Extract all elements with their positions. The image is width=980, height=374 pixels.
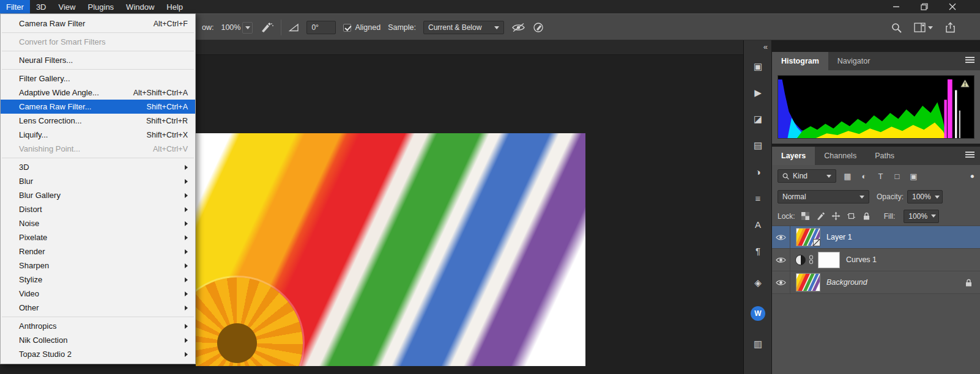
filter-menu-item[interactable]: Lens Correction...Shift+Ctrl+R: [1, 114, 195, 128]
menu-help[interactable]: Help: [160, 0, 189, 13]
filter-menu-item[interactable]: Neural Filters...: [1, 53, 195, 67]
filter-menu-item[interactable]: Noise: [1, 216, 195, 230]
filter-menu-item[interactable]: Other: [1, 301, 195, 315]
filter-menu-item[interactable]: Camera Raw FilterAlt+Ctrl+F: [1, 16, 195, 31]
opacity-value: 100%: [912, 193, 931, 201]
flow-dropdown-icon[interactable]: [242, 22, 253, 34]
brush-settings-icon[interactable]: ◪: [748, 110, 768, 128]
filter-menu-item[interactable]: Distort: [1, 202, 195, 216]
filter-menu-item[interactable]: Nik Collection: [1, 333, 195, 347]
minimize-button[interactable]: [891, 2, 902, 11]
filter-menu-item[interactable]: Anthropics: [1, 319, 195, 333]
angle-value: 0°: [311, 23, 318, 32]
menu-plugins[interactable]: Plugins: [81, 0, 120, 13]
flow-label: ow:: [202, 23, 213, 32]
sample-select[interactable]: Current & Below: [423, 21, 504, 34]
workspace-switcher-icon[interactable]: [914, 23, 933, 32]
pressure-size-icon[interactable]: [533, 22, 545, 33]
filter-menu-item[interactable]: Video: [1, 287, 195, 301]
filter-smart-objects-icon[interactable]: ▣: [906, 169, 921, 183]
mask-link-icon: [809, 255, 814, 265]
blend-mode-select[interactable]: Normal: [778, 190, 869, 204]
visibility-toggle[interactable]: [772, 271, 790, 293]
opacity-label: Opacity:: [877, 193, 904, 201]
cached-data-warning-icon[interactable]: [960, 79, 970, 90]
layer-thumbnail[interactable]: [796, 228, 820, 246]
paragraph-panel-icon[interactable]: ¶: [748, 241, 768, 260]
panel-menu-icon[interactable]: [965, 59, 974, 61]
visibility-toggle[interactable]: [772, 249, 790, 271]
filter-menu-item[interactable]: Pixelate: [1, 230, 195, 244]
document-canvas-image[interactable]: [196, 133, 585, 366]
lock-position-icon[interactable]: [831, 211, 841, 221]
airbrush-icon[interactable]: [260, 22, 273, 33]
filter-menu-item[interactable]: Topaz Studio 2: [1, 347, 195, 361]
layer-comps-icon[interactable]: ▤: [748, 136, 768, 155]
menu-filter[interactable]: Filter: [0, 0, 30, 13]
tab-layers[interactable]: Layers: [772, 147, 815, 165]
threed-panel-icon[interactable]: ◈: [748, 274, 768, 292]
filter-menu-item-highlighted[interactable]: Camera Raw Filter...Shift+Ctrl+A: [1, 100, 195, 114]
adjustments-icon[interactable]: ◑: [748, 163, 768, 181]
submenu-arrow-icon: [185, 292, 188, 296]
layer-row-curves1[interactable]: Curves 1: [772, 249, 980, 271]
ignore-adjustment-layers-icon[interactable]: [511, 23, 525, 32]
opacity-input[interactable]: 100%: [907, 190, 943, 204]
libraries-icon[interactable]: ▥: [748, 335, 768, 353]
actions-icon[interactable]: ▶: [748, 84, 768, 102]
filter-menu-item[interactable]: Blur: [1, 174, 195, 188]
restore-button[interactable]: [919, 2, 930, 11]
filter-pixel-layers-icon[interactable]: ▦: [840, 169, 855, 183]
layer-row-layer1[interactable]: Layer 1: [772, 226, 980, 249]
filter-menu-item[interactable]: 3D: [1, 160, 195, 174]
lock-all-icon[interactable]: [861, 211, 872, 221]
filter-menu-item[interactable]: Adaptive Wide Angle...Alt+Shift+Ctrl+A: [1, 86, 195, 100]
layer-name[interactable]: Background: [826, 278, 867, 287]
properties-icon[interactable]: ≡: [748, 189, 768, 207]
angle-input[interactable]: 0°: [306, 21, 336, 34]
tab-histogram[interactable]: Histogram: [772, 52, 828, 70]
clone-source-icon[interactable]: ▣: [748, 57, 768, 76]
filter-type-layers-icon[interactable]: T: [873, 169, 888, 183]
tab-channels[interactable]: Channels: [815, 147, 866, 165]
search-icon[interactable]: [891, 23, 902, 33]
filtering-toggle-icon[interactable]: ●: [970, 172, 974, 180]
menu-separator: [2, 317, 194, 317]
layer-name[interactable]: Curves 1: [846, 255, 877, 264]
layer-row-background[interactable]: Background: [772, 271, 980, 294]
menu-view[interactable]: View: [53, 0, 82, 13]
layer-thumbnail[interactable]: [796, 273, 820, 292]
menu-window[interactable]: Window: [120, 0, 160, 13]
layer-mask-thumbnail[interactable]: [818, 252, 840, 268]
filter-menu-item[interactable]: Blur Gallery: [1, 188, 195, 202]
close-button[interactable]: [947, 2, 958, 11]
filter-adjustment-layers-icon[interactable]: ◐: [856, 169, 872, 183]
lock-transparency-icon[interactable]: [800, 211, 811, 221]
filter-menu-item[interactable]: Sharpen: [1, 258, 195, 273]
tab-navigator[interactable]: Navigator: [828, 52, 880, 70]
panel-menu-icon[interactable]: [965, 154, 974, 155]
submenu-arrow-icon: [185, 324, 188, 329]
lock-artboard-icon[interactable]: [846, 211, 856, 221]
layer-name[interactable]: Layer 1: [826, 233, 852, 241]
checkbox-icon[interactable]: [343, 24, 351, 32]
fill-input[interactable]: 100%: [904, 210, 939, 223]
lock-image-icon[interactable]: [815, 211, 826, 221]
blend-mode-row: Normal Opacity: 100%: [772, 187, 980, 207]
filter-menu-item[interactable]: Render: [1, 244, 195, 258]
filter-kind-select[interactable]: Kind: [778, 169, 836, 183]
filter-shape-layers-icon[interactable]: □: [889, 169, 905, 183]
visibility-toggle[interactable]: [772, 226, 790, 248]
adjustment-layer-icon[interactable]: [795, 255, 806, 265]
filter-menu-item[interactable]: Stylize: [1, 273, 195, 287]
filter-menu-item[interactable]: Liquify...Shift+Ctrl+X: [1, 128, 195, 142]
filter-menu-item[interactable]: Filter Gallery...: [1, 72, 195, 86]
menu-3d[interactable]: 3D: [30, 0, 53, 13]
flow-control[interactable]: 100%: [221, 22, 253, 34]
w-plugin-icon[interactable]: W: [751, 306, 765, 321]
aligned-checkbox[interactable]: Aligned: [343, 23, 380, 32]
tab-paths[interactable]: Paths: [866, 147, 904, 165]
character-panel-icon[interactable]: A: [748, 215, 768, 233]
expand-panels-icon[interactable]: «: [763, 42, 768, 51]
share-icon[interactable]: [945, 22, 956, 33]
